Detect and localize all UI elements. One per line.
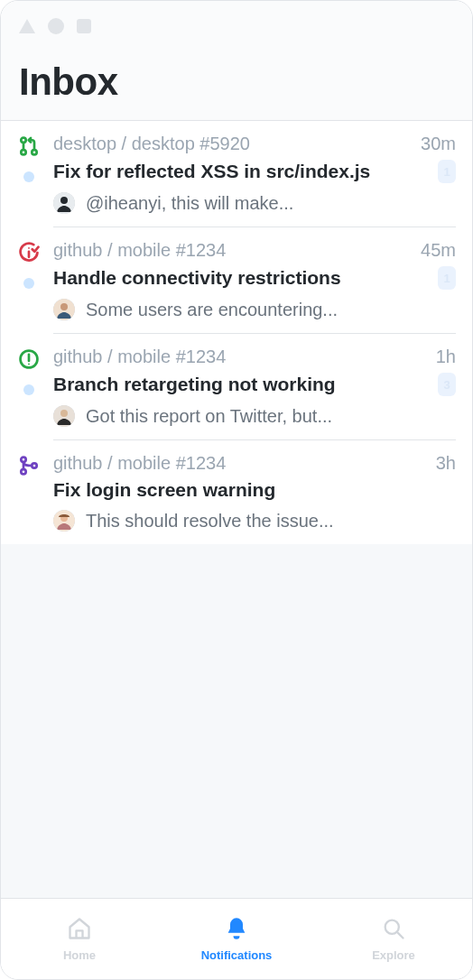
bell-icon xyxy=(224,916,249,945)
search-icon xyxy=(381,916,406,945)
notification-row[interactable]: github / mobile #1234 1h Branch retarget… xyxy=(1,334,472,440)
svg-point-12 xyxy=(21,458,25,462)
preview-text: @iheanyi, this will make... xyxy=(86,193,293,214)
tab-home[interactable]: Home xyxy=(1,899,158,979)
tab-bar: Home Notifications Explore xyxy=(1,898,472,979)
issue-closed-icon xyxy=(18,242,40,267)
tab-notifications[interactable]: Notifications xyxy=(158,899,315,979)
notification-row[interactable]: desktop / desktop #5920 30m Fix for refl… xyxy=(1,121,472,227)
repo-reference: github / mobile #1234 xyxy=(53,240,226,261)
pull-request-merged-icon xyxy=(18,455,40,480)
svg-point-11 xyxy=(60,410,68,417)
notification-title: Fix for reflected XSS in src/index.js xyxy=(53,161,370,182)
pull-request-open-icon xyxy=(18,135,40,161)
window-titlebar xyxy=(1,1,472,51)
avatar xyxy=(53,510,75,532)
svg-point-2 xyxy=(32,150,36,154)
issue-open-icon xyxy=(18,348,40,374)
window-decoration-square xyxy=(77,19,91,33)
repo-reference: github / mobile #1234 xyxy=(53,453,226,474)
page-title: Inbox xyxy=(19,60,454,104)
notification-row[interactable]: github / mobile #1234 45m Handle connect… xyxy=(1,227,472,334)
preview-text: This should resolve the issue... xyxy=(86,511,334,532)
repo-reference: github / mobile #1234 xyxy=(53,347,226,367)
preview-text: Some users are encountering... xyxy=(86,300,338,320)
svg-point-1 xyxy=(21,150,25,154)
row-status-column xyxy=(17,134,41,227)
repo-reference: desktop / desktop #5920 xyxy=(53,134,250,154)
row-body: github / mobile #1234 1h Branch retarget… xyxy=(53,347,456,440)
row-status-column xyxy=(17,240,41,334)
page-header: Inbox xyxy=(1,51,472,121)
tab-label: Explore xyxy=(372,948,415,962)
row-status-column xyxy=(17,347,41,440)
unread-indicator xyxy=(23,384,34,395)
timestamp: 1h xyxy=(436,347,456,367)
window-decoration-triangle xyxy=(19,19,35,33)
svg-point-14 xyxy=(32,463,36,467)
svg-point-13 xyxy=(21,469,25,474)
home-icon xyxy=(67,916,92,945)
row-body: desktop / desktop #5920 30m Fix for refl… xyxy=(53,134,456,227)
svg-point-4 xyxy=(60,197,68,204)
notification-row[interactable]: github / mobile #1234 3h Fix login scree… xyxy=(1,440,472,544)
count-badge: 1 xyxy=(438,160,456,183)
row-body: github / mobile #1234 3h Fix login scree… xyxy=(53,453,456,544)
window-decoration-circle xyxy=(48,18,64,34)
notification-title: Fix login screen warning xyxy=(53,479,275,501)
avatar xyxy=(53,405,75,427)
timestamp: 45m xyxy=(421,240,456,261)
app-frame: Inbox desktop / desktop #5920 30m Fix fo… xyxy=(0,0,473,980)
tab-explore[interactable]: Explore xyxy=(315,899,472,979)
svg-point-9 xyxy=(28,364,30,365)
svg-point-7 xyxy=(60,303,68,310)
notification-title: Branch retargeting not working xyxy=(53,374,336,395)
unread-indicator xyxy=(23,171,34,182)
svg-point-0 xyxy=(21,138,25,143)
count-badge: 1 xyxy=(438,266,456,290)
preview-text: Got this report on Twitter, but... xyxy=(86,406,332,427)
avatar xyxy=(53,192,75,214)
svg-point-5 xyxy=(28,247,30,249)
timestamp: 30m xyxy=(421,134,456,154)
tab-label: Home xyxy=(63,948,96,962)
svg-point-17 xyxy=(385,920,399,934)
timestamp: 3h xyxy=(436,453,456,474)
notification-title: Handle connectivity restrictions xyxy=(53,267,341,289)
row-body: github / mobile #1234 45m Handle connect… xyxy=(53,240,456,334)
unread-indicator xyxy=(23,278,34,289)
empty-space xyxy=(1,544,472,898)
tab-label: Notifications xyxy=(201,948,273,962)
count-badge: 3 xyxy=(438,373,456,396)
row-status-column xyxy=(17,453,41,544)
notification-list[interactable]: desktop / desktop #5920 30m Fix for refl… xyxy=(1,121,472,544)
avatar xyxy=(53,299,75,320)
